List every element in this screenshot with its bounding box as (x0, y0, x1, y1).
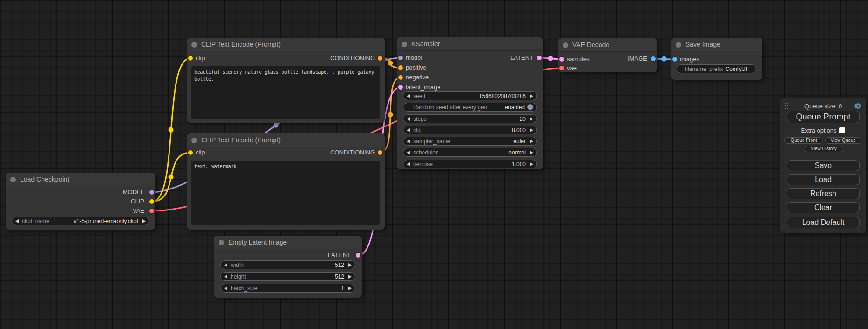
arrow-left-icon[interactable] (407, 140, 410, 143)
node-clip-text-encode-positive[interactable]: CLIP Text Encode (Prompt) clip CONDITION… (187, 38, 385, 123)
output-port-latent[interactable] (356, 253, 360, 258)
widget-sampler-name[interactable]: sampler_name euler (403, 137, 537, 146)
arrow-left-icon[interactable] (15, 219, 19, 223)
output-port-latent[interactable] (537, 56, 542, 60)
widget-steps[interactable]: steps 20 (403, 114, 537, 123)
prompt-textarea[interactable]: beautiful scenery nature glass bottle la… (191, 66, 380, 119)
arrow-left-icon[interactable] (407, 117, 410, 121)
arrow-right-icon[interactable] (530, 117, 533, 121)
queue-size-label: Queue size: 0 (780, 103, 866, 110)
gear-icon[interactable] (854, 102, 861, 110)
widget-random-seed-toggle[interactable]: Random seed after every gen enabled (403, 103, 537, 112)
output-port-conditioning[interactable] (378, 56, 382, 61)
queue-front-button[interactable]: Queue Front (784, 137, 823, 144)
arrow-left-icon[interactable] (407, 151, 410, 154)
node-title: Load Checkpoint (20, 175, 69, 183)
input-port-images[interactable] (672, 57, 677, 62)
widget-label: width (231, 262, 244, 268)
toggle-dot-icon[interactable] (527, 104, 533, 110)
prompt-textarea[interactable]: text, watermark (191, 161, 380, 225)
input-port-vae[interactable] (559, 66, 564, 70)
output-port-conditioning[interactable] (378, 150, 382, 155)
arrow-right-icon[interactable] (530, 151, 533, 154)
input-port-clip[interactable] (188, 150, 193, 155)
node-title-bar[interactable]: CLIP Text Encode (Prompt) (187, 133, 385, 147)
output-label-image: IMAGE (628, 55, 647, 63)
view-queue-button[interactable]: View Queue (825, 137, 861, 144)
collapse-dot-icon[interactable] (191, 42, 197, 48)
widget-value: 1 (341, 285, 344, 292)
arrow-left-icon[interactable] (224, 275, 227, 279)
widget-label: seed (413, 93, 425, 99)
collapse-dot-icon[interactable] (191, 138, 197, 143)
widget-ckpt-name[interactable]: ckpt_name v1-5-pruned-emaonly.ckpt (12, 217, 149, 225)
node-clip-text-encode-negative[interactable]: CLIP Text Encode (Prompt) clip CONDITION… (187, 133, 385, 230)
arrow-left-icon[interactable] (407, 162, 410, 166)
widget-batch-size[interactable]: batch_size 1 (220, 284, 355, 293)
collapse-dot-icon[interactable] (10, 177, 16, 182)
output-label-latent: LATENT (510, 54, 533, 62)
widget-label: batch_size (231, 285, 257, 292)
node-title-bar[interactable]: Save Image (671, 38, 762, 51)
widget-seed[interactable]: seed 156680208700286 (403, 91, 537, 100)
node-ksampler[interactable]: KSampler model positive negative latent_… (397, 37, 543, 169)
arrow-right-icon[interactable] (348, 287, 352, 290)
input-port-latent-image[interactable] (398, 85, 403, 90)
input-port-positive[interactable] (398, 65, 403, 70)
input-port-model[interactable] (398, 56, 403, 60)
node-title-bar[interactable]: VAE Decode (558, 38, 657, 52)
load-default-button[interactable]: Load Default (787, 217, 860, 228)
node-title-bar[interactable]: KSampler (397, 37, 543, 51)
arrow-left-icon[interactable] (224, 287, 227, 290)
collapse-dot-icon[interactable] (563, 42, 568, 48)
arrow-right-icon[interactable] (530, 140, 533, 143)
arrow-right-icon[interactable] (530, 94, 533, 98)
widget-filename-prefix[interactable]: filename_prefix ComfyUI (677, 64, 756, 73)
load-button[interactable]: Load (787, 174, 860, 185)
input-port-negative[interactable] (398, 75, 403, 80)
widget-height[interactable]: height 512 (220, 272, 355, 281)
widget-width[interactable]: width 512 (220, 260, 355, 269)
output-label-conditioning: CONDITIONING (330, 55, 375, 62)
collapse-dot-icon[interactable] (219, 240, 224, 245)
output-port-clip[interactable] (149, 199, 154, 204)
node-title-bar[interactable]: CLIP Text Encode (Prompt) (187, 38, 385, 51)
save-button[interactable]: Save (787, 160, 860, 171)
input-port-clip[interactable] (188, 56, 193, 61)
output-port-image[interactable] (651, 56, 656, 61)
arrow-left-icon[interactable] (407, 94, 410, 98)
wire-midpoint-dot (662, 56, 667, 62)
view-history-button[interactable]: View History (804, 146, 843, 152)
node-title-bar[interactable]: Load Checkpoint (6, 173, 155, 186)
collapse-dot-icon[interactable] (402, 42, 407, 47)
node-empty-latent-image[interactable]: Empty Latent Image LATENT width 512 heig… (214, 236, 362, 298)
node-vae-decode[interactable]: VAE Decode samples vae IMAGE (558, 38, 657, 72)
widget-value: 1.000 (512, 161, 526, 168)
output-label-vae: VAE (133, 207, 144, 215)
extra-options-checkbox[interactable] (839, 127, 845, 133)
arrow-right-icon[interactable] (530, 162, 533, 166)
queue-prompt-button[interactable]: Queue Prompt (787, 111, 860, 123)
output-port-vae[interactable] (149, 209, 154, 213)
output-port-model[interactable] (149, 190, 154, 195)
refresh-button[interactable]: Refresh (787, 188, 860, 199)
widget-cfg[interactable]: cfg 8.000 (403, 126, 537, 134)
arrow-right-icon[interactable] (348, 275, 352, 279)
node-save-image[interactable]: Save Image images filename_prefix ComfyU… (671, 38, 762, 80)
arrow-right-icon[interactable] (142, 219, 146, 223)
widget-denoise[interactable]: denoise 1.000 (403, 160, 537, 168)
clear-button[interactable]: Clear (787, 202, 860, 213)
node-title-bar[interactable]: Empty Latent Image (214, 236, 362, 249)
arrow-left-icon[interactable] (224, 263, 227, 267)
arrow-left-icon[interactable] (407, 128, 410, 132)
node-load-checkpoint[interactable]: Load Checkpoint MODEL CLIP VAE ckpt_name… (6, 173, 155, 230)
widget-value: 512 (335, 262, 344, 268)
extra-options-row: Extra options (780, 127, 866, 134)
input-port-samples[interactable] (559, 57, 564, 62)
arrow-right-icon[interactable] (530, 128, 533, 132)
widget-scheduler[interactable]: scheduler normal (403, 148, 537, 157)
output-label-conditioning: CONDITIONING (330, 149, 375, 156)
widget-value: 512 (335, 273, 344, 280)
collapse-dot-icon[interactable] (676, 42, 681, 48)
arrow-right-icon[interactable] (348, 263, 352, 267)
